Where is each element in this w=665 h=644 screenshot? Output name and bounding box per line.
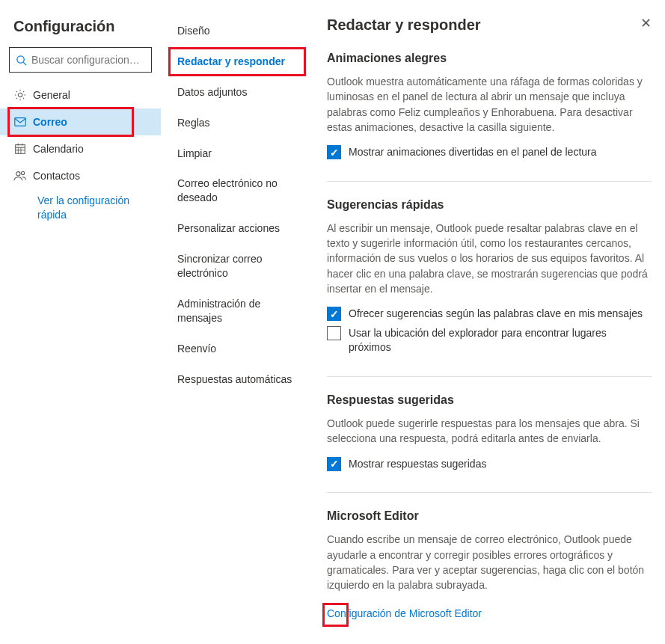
svg-point-11 [16,172,20,176]
svg-point-0 [17,55,24,62]
section-heading: Respuestas sugeridas [327,393,652,407]
section-description: Al escribir un mensaje, Outlook puede re… [327,221,652,296]
search-input[interactable] [31,54,162,66]
sub-item-forwarding[interactable]: Reenvío [171,336,307,362]
sub-item-rules[interactable]: Reglas [171,110,307,136]
people-icon [13,169,33,183]
section-suggested-replies: Respuestas sugeridas Outlook puede suger… [327,393,652,493]
section-animations: Animaciones alegres Outlook muestra auto… [327,52,652,182]
svg-rect-3 [15,118,25,126]
nav-item-contacts[interactable]: Contactos [0,162,161,189]
checkbox-icon[interactable] [327,145,341,159]
editor-settings-link[interactable]: Configuración de Microsoft Editor [327,607,482,619]
settings-content: ✕ Redactar y responder Animaciones alegr… [310,0,665,644]
checkbox-icon[interactable] [327,457,341,471]
sub-item-msg-handling[interactable]: Administración de mensajes [171,291,307,331]
checkbox-label: Mostrar animaciones divertidas en el pan… [349,145,597,160]
section-description: Outlook muestra automáticamente una ráfa… [327,74,652,135]
section-description: Cuando escribe un mensaje de correo elec… [327,532,652,592]
sub-item-junk[interactable]: Correo electrónico no deseado [171,171,307,211]
checkbox-label: Mostrar respuestas sugeridas [349,457,486,472]
calendar-icon [13,142,33,156]
sub-item-sync[interactable]: Sincronizar correo electrónico [171,246,307,286]
mail-subnav: Diseño Redactar y responder Datos adjunt… [161,0,310,644]
section-quick-suggestions: Sugerencias rápidas Al escribir un mensa… [327,198,652,377]
gear-icon [13,88,33,102]
checkbox-label: Ofrecer sugerencias según las palabras c… [349,307,643,322]
svg-line-1 [23,62,26,65]
nav-item-label: Calendario [33,143,84,155]
sub-item-sweep[interactable]: Limpiar [171,141,307,167]
nav-item-general[interactable]: General [0,82,161,108]
section-heading: Animaciones alegres [327,52,652,65]
svg-rect-4 [16,145,25,154]
section-microsoft-editor: Microsoft Editor Cuando escribe un mensa… [327,509,652,636]
checkbox-row-use-location[interactable]: Usar la ubicación del explorador para en… [327,326,652,355]
nav-item-label: Contactos [33,170,80,182]
section-heading: Sugerencias rápidas [327,198,652,212]
mail-icon [13,115,33,129]
checkbox-icon[interactable] [327,307,341,321]
close-icon[interactable]: ✕ [640,16,652,30]
nav-item-calendar[interactable]: Calendario [0,135,161,162]
sub-item-attachments[interactable]: Datos adjuntos [171,79,307,105]
sub-item-design[interactable]: Diseño [171,18,307,44]
nav-item-label: General [33,89,70,101]
checkbox-row-show-replies[interactable]: Mostrar respuestas sugeridas [327,457,652,472]
sub-item-customize-actions[interactable]: Personalizar acciones [171,215,307,242]
svg-point-12 [22,171,25,174]
nav-item-mail[interactable]: Correo [0,108,161,135]
quick-settings-link[interactable]: Ver la configuración rápida [0,189,161,227]
checkbox-label: Usar la ubicación del explorador para en… [349,326,652,355]
content-title: Redactar y responder [327,16,652,34]
section-heading: Microsoft Editor [327,509,652,523]
sub-item-auto-replies[interactable]: Respuestas automáticas [171,367,307,393]
checkbox-row-suggest-keywords[interactable]: Ofrecer sugerencias según las palabras c… [327,307,652,322]
section-description: Outlook puede sugerirle respuestas para … [327,416,652,447]
checkbox-icon[interactable] [327,326,341,340]
search-icon [16,55,27,66]
settings-sidebar: Configuración General Correo Calendario … [0,0,161,644]
nav-item-label: Correo [33,116,67,128]
sub-item-compose-reply[interactable]: Redactar y responder [171,49,307,75]
svg-point-2 [18,93,22,96]
settings-title: Configuración [0,13,161,47]
settings-search[interactable] [9,47,152,73]
checkbox-row-anim[interactable]: Mostrar animaciones divertidas en el pan… [327,145,652,160]
